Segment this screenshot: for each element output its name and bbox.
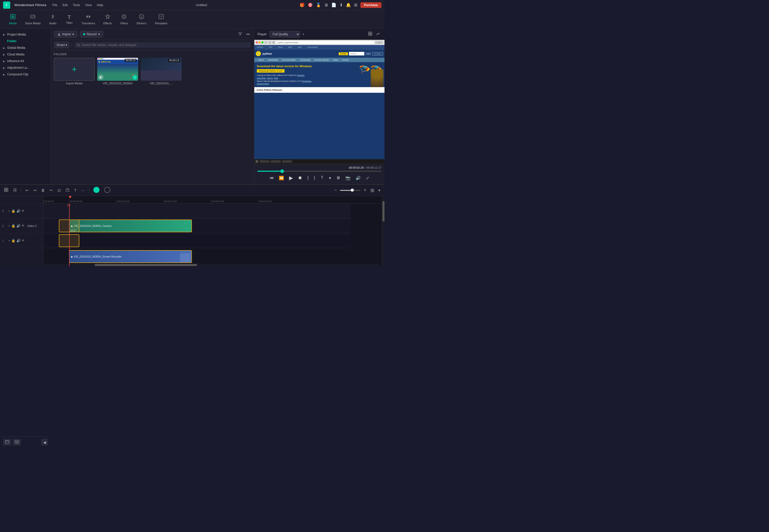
track-2-lock-icon[interactable]: 🔒 — [11, 224, 15, 228]
filter-icon[interactable] — [238, 31, 243, 37]
timeline-scrollbar-thumb[interactable] — [95, 264, 197, 266]
gift-icon[interactable]: 🎁 — [300, 3, 305, 7]
zoom-slider[interactable] — [340, 190, 360, 191]
cut-button[interactable]: ✂ — [48, 187, 54, 194]
progress-bar[interactable] — [257, 171, 381, 172]
record-button[interactable]: Record ▾ — [80, 31, 103, 38]
sidebar-item-project-media[interactable]: ▶ Project Media — [0, 31, 51, 38]
audio-detach-button[interactable] — [64, 187, 71, 194]
zoom-plus-button[interactable]: + — [362, 187, 368, 194]
screenshot-button[interactable]: 📷 — [344, 175, 352, 181]
track-1-lock-icon[interactable]: 🔒 — [11, 239, 15, 242]
monitor-icon[interactable]: 🖥 — [324, 3, 328, 7]
bracket-close-button[interactable]: } — [313, 175, 316, 181]
sidebar-item-compound-clip[interactable]: ▶ Compound Clip — [0, 71, 51, 78]
track-2-eye-icon[interactable]: 👁 — [21, 224, 25, 228]
zoom-minus-button[interactable]: − — [333, 187, 339, 194]
import-button[interactable]: Import ▾ — [54, 31, 77, 38]
media-item-vid1[interactable]: 🐍 python.org 🪂 00:00:12 ✓ ▶ VID_20241010… — [97, 58, 138, 85]
timeline-scrollbar[interactable] — [43, 264, 379, 266]
bracket-open-button[interactable]: { — [306, 175, 310, 181]
crop-tl-button[interactable]: ⊡ — [56, 187, 62, 194]
toolbar-effects[interactable]: Effects — [100, 12, 115, 26]
tl-green-circle — [93, 187, 99, 193]
tl-dotted-button[interactable] — [102, 186, 112, 195]
track-3-sound-icon[interactable]: 🔊 — [16, 209, 20, 213]
media-item-vid2[interactable]: 00:00:19 VID_20241010_... — [141, 58, 181, 85]
menu-tools[interactable]: Tools — [73, 3, 80, 7]
smart-select[interactable]: Smart ▾ — [54, 42, 69, 48]
track-3-lock-icon[interactable]: 🔒 — [11, 209, 15, 213]
track-1-add-button[interactable]: + — [8, 239, 10, 242]
player-label: Player — [257, 32, 267, 36]
sidebar-item-adjustment[interactable]: ▶ Adjustment La... — [0, 64, 51, 71]
menu-view[interactable]: View — [85, 3, 92, 7]
timeline-body: 3 + 🔒 🔊 👁 2 + 🔒 🔊 👁 Video 2 — [0, 196, 384, 266]
layout-icon[interactable]: ⊞ — [354, 3, 357, 7]
tl-grid-button[interactable]: ⊞ — [369, 187, 375, 194]
search-input[interactable] — [82, 43, 249, 47]
more-tl-button[interactable]: ⋯ — [79, 187, 86, 194]
step-back-button[interactable]: ⏪ — [278, 175, 285, 181]
import-media-item[interactable]: + Import Media — [54, 58, 95, 85]
track-2-name: Video 2 — [27, 224, 37, 227]
undo-button[interactable]: ↩ — [24, 187, 30, 194]
toolbar-media[interactable]: Media — [5, 12, 20, 26]
play-button[interactable]: ▶ — [288, 174, 294, 182]
sidebar-item-folder[interactable]: Folder — [0, 38, 51, 44]
svg-rect-25 — [370, 34, 372, 36]
toolbar-titles[interactable]: T Titles — [62, 13, 77, 26]
select-tool-button[interactable] — [11, 187, 18, 194]
track-3-eye-icon[interactable]: 👁 — [21, 209, 25, 213]
ruler-row: 00:00:00 00:00:05:00 00:00:10:00 00:00:1… — [43, 196, 382, 204]
track-2-add-button[interactable]: + — [8, 224, 10, 228]
download-icon[interactable]: ⬇ — [340, 3, 343, 7]
delete-button[interactable]: 🗑 — [40, 187, 47, 193]
multi-select-button[interactable] — [3, 187, 10, 194]
sidebar-item-cloud-media[interactable]: ▶ Cloud Media — [0, 51, 51, 58]
player-grid-view-icon[interactable] — [367, 31, 373, 38]
player-chart-icon[interactable] — [375, 31, 381, 38]
toolbar-transitions[interactable]: Transitions — [78, 12, 99, 26]
rewind-button[interactable]: ⏮ — [269, 175, 275, 181]
timeline-vscroll-thumb[interactable] — [382, 201, 384, 222]
filters-icon — [121, 14, 127, 21]
toolbar-stock-media[interactable]: Stock Media — [21, 12, 44, 26]
track-2-sound-icon[interactable]: 🔊 — [16, 224, 20, 228]
svg-rect-23 — [370, 32, 372, 33]
quality-select[interactable]: Full Quality Half Quality Quarter Qualit… — [269, 31, 300, 38]
fullscreen-button[interactable]: ⤢ — [365, 175, 370, 181]
split-button[interactable] — [319, 175, 325, 181]
tl-chevron-down-button[interactable]: ▾ — [377, 187, 382, 194]
clip-screen[interactable]: ▶ VID_20241010_063504_Screen Recorder — [69, 250, 192, 263]
document-icon[interactable]: 📄 — [331, 3, 336, 7]
toolbar-templates[interactable]: Templates — [151, 12, 171, 26]
text-tl-button[interactable]: T — [73, 187, 78, 193]
track-3-add-button[interactable]: + — [8, 209, 10, 213]
track-1-sound-icon[interactable]: 🔊 — [16, 239, 20, 242]
sidebar-item-global-media[interactable]: ▶ Global Media — [0, 44, 51, 51]
timeline-vscroll[interactable] — [382, 196, 384, 266]
menu-edit[interactable]: Edit — [62, 3, 68, 7]
toolbar-audio[interactable]: Audio — [45, 12, 61, 26]
bell-icon[interactable]: 🔔 — [346, 3, 351, 7]
sidebar-item-influence-kit[interactable]: ▶ Influence Kit — [0, 58, 51, 64]
more-options-icon[interactable]: ••• — [245, 31, 251, 37]
volume-button[interactable]: 🔊 — [355, 175, 362, 181]
medal-icon[interactable]: 🏅 — [316, 3, 321, 7]
toolbar-stickers-label: Stickers — [136, 22, 146, 25]
toolbar-stickers[interactable]: Stickers — [133, 12, 150, 26]
track-1-eye-icon[interactable]: 👁 — [21, 239, 25, 242]
purchase-button[interactable]: Purchase — [360, 2, 381, 8]
menu-help[interactable]: Help — [97, 3, 103, 7]
stop-button[interactable]: ⏹ — [297, 175, 303, 181]
toolbar-filters[interactable]: Filters — [116, 12, 132, 26]
monitor-out-button[interactable]: 🖥 — [335, 175, 341, 181]
target-icon[interactable]: 🎯 — [308, 3, 313, 7]
chevron-down-button[interactable]: ▾ — [328, 175, 332, 181]
clip-camera[interactable]: ▶ VID_20241010_063504_Camera — [69, 219, 192, 232]
menu-file[interactable]: File — [52, 3, 57, 7]
tl-record-green-button[interactable] — [92, 186, 101, 195]
svg-point-9 — [123, 16, 125, 18]
redo-button[interactable]: ↪ — [32, 187, 38, 194]
